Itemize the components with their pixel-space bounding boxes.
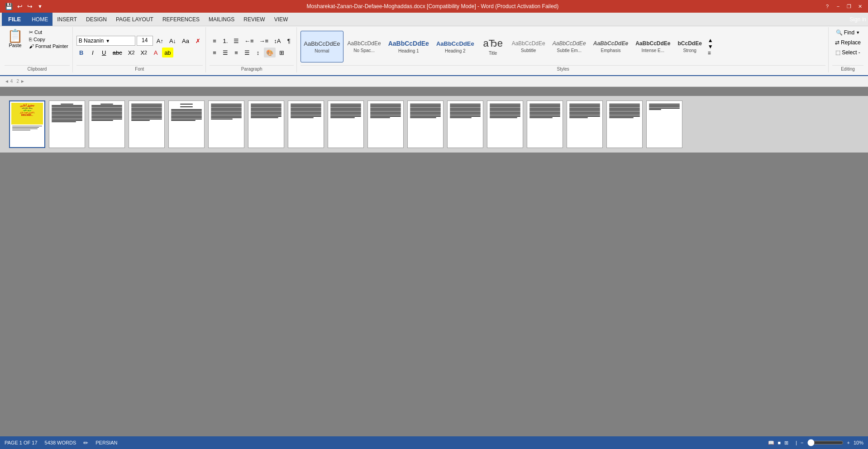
superscript-btn[interactable]: X2	[138, 48, 149, 57]
multilevel-btn[interactable]: ☰	[231, 36, 241, 46]
page-thumb-16[interactable]	[606, 100, 643, 148]
find-btn[interactable]: 🔍 Find ▼	[833, 28, 863, 37]
line-spacing-btn[interactable]: ↕	[253, 48, 263, 57]
paste-btn[interactable]: 📋 Paste	[5, 28, 26, 50]
view-menu-item[interactable]: VIEW	[270, 13, 293, 26]
style-subtleem[interactable]: AaBbCcDdEe Subtle Em...	[549, 31, 589, 62]
word-count: 5438 WORDS	[45, 440, 76, 445]
status-right: 📖 ■ ⊞ | − + 10%	[768, 439, 863, 446]
redo-btn[interactable]: ↪	[26, 3, 34, 10]
zoom-in-btn[interactable]: +	[847, 440, 850, 445]
clear-format-btn[interactable]: ✗	[193, 36, 203, 46]
page-thumb-9[interactable]	[328, 100, 364, 148]
borders-btn[interactable]: ⊞	[277, 48, 286, 57]
format-painter-btn[interactable]: 🖌 Format Painter	[28, 43, 70, 49]
help-btn[interactable]: ?	[823, 2, 832, 11]
undo-btn[interactable]: ↩	[16, 3, 24, 10]
page-thumb-4[interactable]	[129, 100, 165, 148]
styles-up-arrow[interactable]: ▲	[708, 37, 713, 43]
style-normal-label: Normal	[315, 48, 329, 53]
page-thumb-8[interactable]	[288, 100, 324, 148]
italic-btn[interactable]: I	[88, 48, 98, 57]
pagelayout-menu-item[interactable]: PAGE LAYOUT	[111, 13, 158, 26]
page4-lines	[130, 102, 163, 122]
increase-indent-btn[interactable]: →≡	[257, 36, 271, 46]
page-thumb-2[interactable]	[49, 100, 85, 148]
customize-quick-btn[interactable]: ▼	[36, 4, 43, 9]
page-thumb-10[interactable]	[367, 100, 404, 148]
save-quick-btn[interactable]: 💾	[4, 3, 14, 10]
page-thumb-11[interactable]	[407, 100, 444, 148]
style-title[interactable]: aЂe Title	[478, 31, 508, 62]
references-menu-item[interactable]: REFERENCES	[158, 13, 204, 26]
document-area[interactable]: تحقیق آنلاین رساله پایان‌نامه مرجع دانلو…	[0, 87, 868, 449]
decrease-indent-btn[interactable]: ←≡	[242, 36, 256, 46]
replace-btn[interactable]: ⇄ Replace	[832, 38, 863, 47]
style-subtitle[interactable]: AaBbCcDdEe Subtitle	[509, 31, 548, 62]
sort-btn[interactable]: ↕A	[272, 36, 283, 46]
web-view-btn[interactable]: ⊞	[784, 440, 788, 446]
style-nospace[interactable]: AaBbCcDdEe No Spac...	[344, 31, 384, 62]
sign-in-btn[interactable]: Sign in	[849, 16, 866, 23]
read-view-btn[interactable]: 📖	[768, 440, 774, 446]
page-thumb-7[interactable]	[248, 100, 284, 148]
status-left: PAGE 1 OF 17 5438 WORDS ✏ PERSIAN	[5, 439, 118, 446]
font-size-input[interactable]: 14	[137, 36, 153, 46]
justify-btn[interactable]: ☰	[242, 48, 252, 57]
styles-down-arrow[interactable]: ▼	[708, 43, 713, 50]
page-thumb-5[interactable]	[168, 100, 205, 148]
page-thumb-6[interactable]	[208, 100, 244, 148]
cut-icon: ✂	[29, 29, 33, 35]
style-emphasis[interactable]: AaBbCcDdEe Emphasis	[590, 31, 631, 62]
print-view-btn[interactable]: ■	[778, 440, 781, 445]
minimize-btn[interactable]: −	[834, 2, 843, 11]
copy-btn[interactable]: ⎘ Copy	[28, 36, 70, 43]
page-thumb-3[interactable]	[89, 100, 125, 148]
font-selector[interactable]: B Nazanin ▼	[76, 36, 135, 46]
numbering-btn[interactable]: 1.	[220, 36, 230, 46]
style-strong[interactable]: bCcDdEe Strong	[674, 31, 705, 62]
align-center-btn[interactable]: ☰	[220, 48, 230, 57]
page-thumb-15[interactable]	[567, 100, 603, 148]
file-menu-btn[interactable]: FILE	[2, 13, 27, 26]
page-thumb-12[interactable]	[447, 100, 483, 148]
page-thumb-17[interactable]	[646, 100, 682, 148]
page-thumb-14[interactable]	[527, 100, 563, 148]
style-heading2[interactable]: AaBbCcDdEe Heading 2	[433, 31, 477, 62]
review-menu-item[interactable]: REVIEW	[239, 13, 269, 26]
insert-menu-item[interactable]: INSERT	[52, 13, 81, 26]
design-menu-item[interactable]: DESIGN	[81, 13, 111, 26]
mailings-menu-item[interactable]: MAILINGS	[204, 13, 239, 26]
select-btn[interactable]: ⬚ Select -	[833, 48, 863, 57]
bullets-btn[interactable]: ≡	[210, 36, 219, 46]
cut-btn[interactable]: ✂ Cut	[28, 29, 70, 36]
zoom-slider[interactable]	[807, 439, 844, 446]
zoom-out-btn[interactable]: −	[801, 440, 803, 445]
restore-btn[interactable]: ❐	[844, 2, 854, 11]
style-normal-preview: AaBbCcDdEe	[304, 40, 340, 47]
clipboard-group: 📋 Paste ✂ Cut ⎘ Copy	[2, 27, 73, 72]
page-thumb-1[interactable]: تحقیق آنلاین رساله پایان‌نامه مرجع دانلو…	[9, 100, 45, 148]
align-right-btn[interactable]: ≡	[231, 48, 241, 57]
bold-btn[interactable]: B	[76, 48, 86, 57]
styles-more-arrow[interactable]: ≡	[708, 50, 713, 56]
show-marks-btn[interactable]: ¶	[284, 36, 294, 46]
styles-scroll-arrows[interactable]: ▲ ▼ ≡	[707, 36, 714, 57]
change-case-btn[interactable]: Aa	[180, 36, 191, 46]
style-heading1[interactable]: AaBbCcDdEe Heading 1	[385, 31, 432, 62]
subscript-btn[interactable]: X2	[126, 48, 137, 57]
shrink-font-btn[interactable]: A↓	[167, 36, 178, 46]
style-normal[interactable]: AaBbCcDdEe Normal	[300, 31, 343, 62]
page12-lines	[449, 102, 482, 119]
align-left-btn[interactable]: ≡	[210, 48, 219, 57]
highlight-btn[interactable]: ab	[162, 48, 173, 57]
page-thumb-13[interactable]	[487, 100, 523, 148]
underline-btn[interactable]: U	[99, 48, 109, 57]
text-color-btn[interactable]: A	[151, 48, 161, 57]
close-btn[interactable]: ✕	[855, 2, 864, 11]
style-intense-em[interactable]: AaBbCcDdEe Intense E...	[632, 31, 673, 62]
home-menu-item[interactable]: HOME	[27, 13, 52, 26]
strikethrough-btn[interactable]: abc	[110, 48, 124, 57]
shading-btn[interactable]: 🎨	[264, 48, 276, 57]
grow-font-btn[interactable]: A↑	[154, 36, 166, 46]
